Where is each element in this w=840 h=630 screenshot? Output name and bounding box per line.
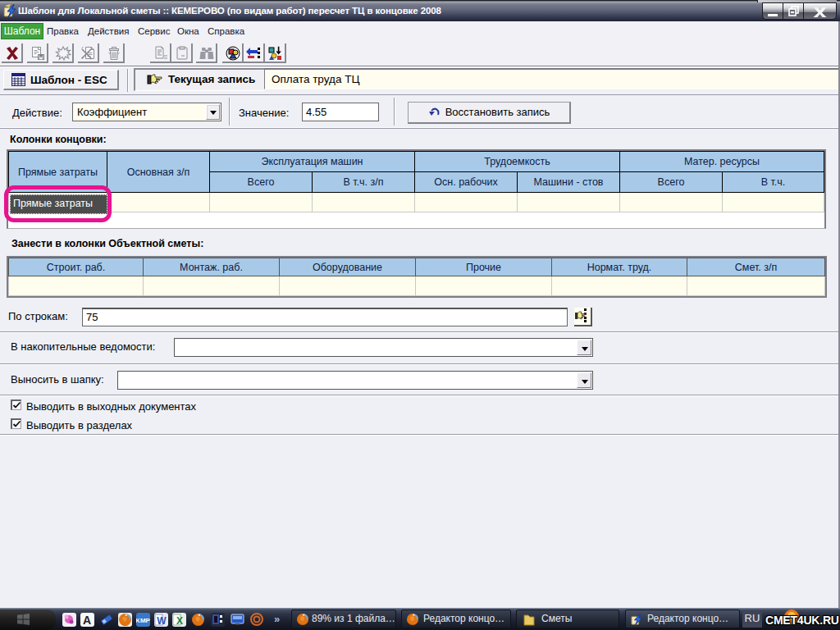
svg-text:W: W [157, 615, 167, 627]
svg-text:KMP: KMP [136, 617, 150, 624]
svg-text:X: X [176, 615, 183, 627]
svg-text:A: A [83, 614, 91, 627]
